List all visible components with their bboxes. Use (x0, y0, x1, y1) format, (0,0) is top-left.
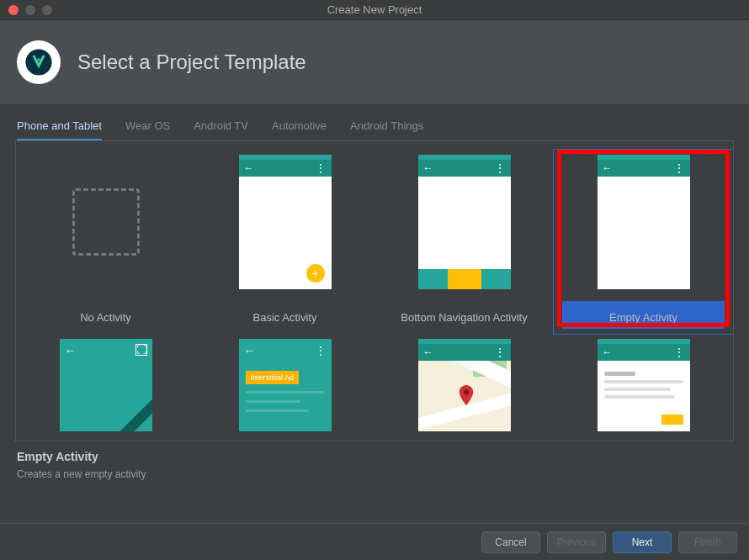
titlebar: Create New Project (0, 0, 749, 20)
overflow-menu-icon (673, 346, 685, 359)
back-arrow-icon (423, 346, 433, 358)
template-bottom-navigation[interactable]: Bottom Navigation Activity (374, 150, 554, 334)
next-button[interactable]: Next (613, 531, 672, 553)
template-detail: Empty Activity Creates a new empty activ… (0, 441, 749, 480)
template-admob-activity[interactable]: Interstitial Ad (195, 334, 374, 436)
wizard-footer: Cancel Previous Next Finish (0, 523, 749, 560)
back-arrow-icon (423, 162, 433, 174)
tab-phone-tablet[interactable]: Phone and Tablet (17, 119, 102, 140)
ad-badge: Interstitial Ad (246, 371, 300, 384)
template-label: Empty Activity (562, 311, 725, 324)
back-arrow-icon (603, 346, 613, 358)
template-fullscreen-activity[interactable]: ⛶ (16, 334, 195, 436)
back-arrow-icon (65, 344, 77, 357)
svg-point-2 (464, 389, 469, 394)
template-basic-activity[interactable]: + Basic Activity (195, 150, 374, 334)
template-thumb: ⛶ (60, 339, 152, 431)
template-thumb: Interstitial Ad (239, 339, 332, 431)
overflow-menu-icon (494, 161, 506, 175)
back-arrow-icon (244, 344, 256, 357)
tab-android-things[interactable]: Android Things (350, 119, 423, 140)
finish-button[interactable]: Finish (678, 531, 737, 553)
template-thumb (60, 155, 152, 289)
back-arrow-icon (603, 162, 613, 174)
cancel-button[interactable]: Cancel (481, 531, 540, 553)
fab-icon: + (306, 264, 325, 283)
tab-wear-os[interactable]: Wear OS (125, 119, 170, 140)
template-no-activity[interactable]: No Activity (16, 150, 195, 334)
action-button-icon (661, 415, 683, 425)
template-label: Basic Activity (204, 311, 366, 324)
overflow-menu-icon (315, 344, 327, 357)
template-empty-activity[interactable]: Empty Activity (554, 150, 733, 334)
overflow-menu-icon (494, 346, 506, 359)
template-thumb (598, 339, 690, 431)
template-grid: No Activity + Basic Activity Bottom Navi… (15, 140, 734, 441)
tab-automotive[interactable]: Automotive (272, 119, 327, 140)
template-thumb: + (239, 155, 332, 289)
dashed-placeholder-icon (72, 188, 140, 256)
android-studio-logo (17, 40, 61, 84)
overflow-menu-icon (673, 161, 685, 175)
template-thumb (418, 339, 511, 431)
wizard-header: Select a Project Template (0, 20, 749, 104)
bottom-nav-icon (418, 269, 511, 289)
window-title: Create New Project (0, 3, 749, 16)
svg-point-1 (37, 58, 40, 61)
wizard-title: Select a Project Template (77, 50, 306, 74)
device-category-tabs: Phone and Tablet Wear OS Android TV Auto… (0, 104, 749, 140)
template-label: Bottom Navigation Activity (383, 311, 545, 324)
back-arrow-icon (244, 162, 254, 174)
template-maps-activity[interactable] (374, 334, 554, 436)
template-thumb (598, 155, 690, 289)
map-pin-icon (459, 385, 474, 405)
fullscreen-icon: ⛶ (135, 344, 147, 356)
template-scrolling-activity[interactable] (554, 334, 733, 436)
svg-point-0 (25, 49, 51, 75)
template-thumb (418, 155, 511, 289)
previous-button[interactable]: Previous (547, 531, 606, 553)
template-label: No Activity (24, 311, 187, 324)
overflow-menu-icon (315, 161, 327, 175)
detail-title: Empty Activity (17, 450, 732, 463)
detail-description: Creates a new empty activity (17, 468, 732, 480)
tab-android-tv[interactable]: Android TV (194, 119, 248, 140)
